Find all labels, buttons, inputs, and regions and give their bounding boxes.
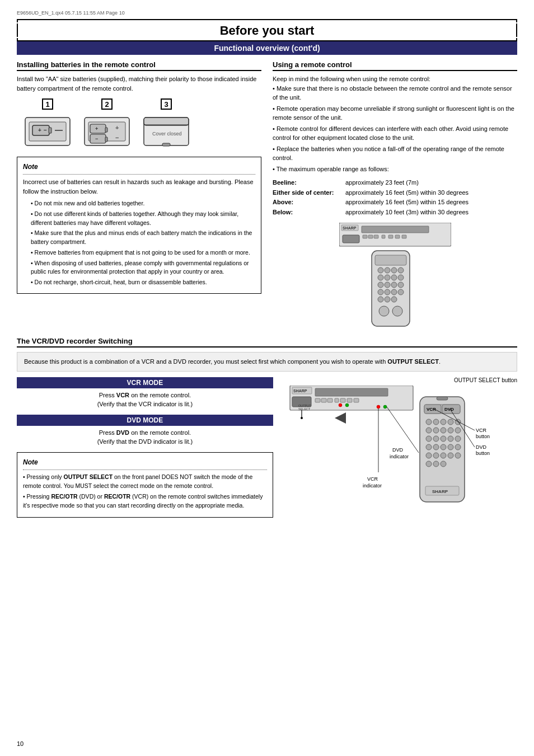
section-subtitle-bar: Functional overview (cont'd) (17, 41, 517, 55)
svg-point-106 (455, 453, 461, 458)
remote-bullet-3: Remote control for different devices can… (273, 124, 517, 143)
svg-point-100 (448, 444, 453, 450)
svg-point-39 (398, 267, 404, 273)
main-two-col: Installing batteries in the remote contr… (17, 60, 517, 329)
svg-point-56 (392, 306, 402, 316)
step-num-2: 2 (101, 98, 113, 110)
svg-text:SELECT: SELECT (298, 407, 311, 411)
svg-text:button: button (476, 450, 490, 456)
dvd-mode-title: DVD MODE (17, 415, 273, 426)
svg-point-104 (441, 453, 446, 458)
svg-point-119 (383, 405, 387, 408)
range-value-beeline: approximately 23 feet (7m) (345, 178, 419, 188)
svg-point-103 (433, 453, 439, 458)
svg-text:SHARP: SHARP (432, 489, 448, 494)
range-row-center: Either side of center: approximately 16 … (273, 188, 517, 198)
note-item-6: Do not recharge, short-circuit, heat, bu… (31, 278, 255, 287)
svg-point-49 (385, 289, 390, 295)
output-select-label: OUTPUT SELECT button (284, 377, 517, 383)
remote-diagram-svg: SHARP (339, 223, 451, 329)
svg-text:−: − (115, 134, 119, 141)
remote-bullet-2: Remote operation may become unreliable i… (273, 104, 517, 123)
range-label-center: Either side of center: (273, 188, 345, 198)
svg-rect-18 (144, 118, 189, 125)
svg-rect-61 (315, 398, 320, 402)
bottom-note-box: Note Pressing only OUTPUT SELECT on the … (17, 452, 273, 518)
step-num-3: 3 (161, 98, 172, 110)
note-item-2: Do not use different kinds of batteries … (31, 210, 255, 228)
note-item-5: When disposing of used batteries, please… (31, 259, 255, 277)
svg-marker-127 (335, 412, 346, 424)
svg-point-42 (391, 275, 397, 280)
svg-rect-35 (375, 255, 406, 265)
battery-step-1: 1 + − (22, 98, 73, 151)
battery-step-2-img: + − + − (82, 112, 132, 151)
note-item-4: Remove batteries from equipment that is … (31, 248, 255, 257)
page-title-box: Before you start (17, 19, 517, 41)
svg-point-72 (301, 417, 303, 419)
battery-intro: Install two "AA" size batteries (supplie… (17, 74, 261, 93)
svg-rect-3 (49, 128, 51, 133)
svg-point-45 (385, 282, 390, 288)
svg-text:DVD: DVD (392, 447, 404, 453)
svg-point-87 (426, 428, 432, 433)
svg-point-95 (448, 436, 453, 442)
svg-text:indicator: indicator (390, 454, 409, 459)
svg-point-73 (339, 403, 342, 407)
svg-point-38 (391, 267, 397, 273)
svg-text:+: + (95, 126, 98, 132)
svg-point-37 (385, 267, 390, 273)
svg-rect-26 (363, 235, 367, 238)
svg-rect-63 (327, 398, 332, 402)
vcr-mode-title: VCR MODE (17, 377, 273, 388)
bottom-note-title: Note (23, 457, 267, 467)
battery-step-3: 3 Cover closed (141, 98, 191, 151)
battery-note-box: Note Incorrect use of batteries can resu… (17, 157, 261, 294)
svg-text:DVD: DVD (444, 407, 454, 412)
right-column: Using a remote control Keep in mind the … (273, 60, 517, 329)
svg-point-109 (441, 461, 446, 467)
svg-text:VCR: VCR (367, 476, 378, 482)
range-label-beeline: Beeline: (273, 178, 345, 188)
using-remote-content: Keep in mind the following when using th… (273, 74, 517, 329)
meta-info: E9656UD_EN_1.qx4 05.7.15 11:55 AM Page 1… (17, 10, 517, 16)
svg-point-98 (433, 444, 439, 450)
svg-rect-65 (340, 398, 345, 402)
svg-text:−: − (95, 136, 98, 142)
range-row-beeline: Beeline: approximately 23 feet (7m) (273, 178, 517, 188)
svg-rect-30 (388, 235, 393, 238)
svg-rect-76 (437, 397, 448, 400)
vcr-dvd-title: The VCR/DVD recorder Switching (17, 337, 517, 348)
svg-point-101 (455, 444, 461, 450)
svg-point-74 (345, 403, 349, 407)
page: E9656UD_EN_1.qx4 05.7.15 11:55 AM Page 1… (0, 0, 534, 756)
svg-point-41 (385, 275, 390, 280)
svg-point-53 (385, 297, 390, 302)
svg-rect-60 (315, 388, 388, 396)
bottom-note-list: Pressing only OUTPUT SELECT on the front… (23, 473, 267, 510)
svg-text:SHARP: SHARP (293, 389, 307, 393)
remote-bullet-1: Make sure that there is no obstacle betw… (273, 84, 517, 102)
svg-point-50 (391, 289, 397, 295)
bottom-note-item-2: Pressing REC/OTR (DVD) or REC/OTR (VCR) … (23, 492, 267, 510)
range-value-center: approximately 16 feet (5m) within 30 deg… (345, 188, 469, 198)
range-label-above: Above: (273, 198, 345, 208)
svg-rect-33 (343, 235, 359, 243)
using-remote-list: Make sure that there is no obstacle betw… (273, 84, 517, 174)
battery-step-2: 2 + − + − (82, 98, 132, 151)
battery-step-3-img: Cover closed (141, 112, 191, 151)
remote-diagram-container: SHARP (273, 223, 517, 329)
svg-rect-67 (354, 398, 359, 402)
svg-rect-62 (321, 398, 326, 402)
battery-note-title: Note (23, 162, 255, 172)
svg-rect-10 (105, 128, 107, 132)
svg-point-48 (378, 289, 383, 295)
note-list: Do not mix new and old batteries togethe… (23, 199, 255, 287)
vcr-dvd-two-col: VCR MODE Press VCR on the remote control… (17, 377, 517, 555)
page-title: Before you start (18, 24, 516, 38)
svg-text:+: + (115, 124, 119, 131)
bottom-note-item-1: Pressing only OUTPUT SELECT on the front… (23, 473, 267, 491)
svg-point-89 (441, 428, 446, 433)
section-subtitle: Functional overview (cont'd) (214, 44, 320, 53)
svg-point-85 (448, 419, 453, 425)
